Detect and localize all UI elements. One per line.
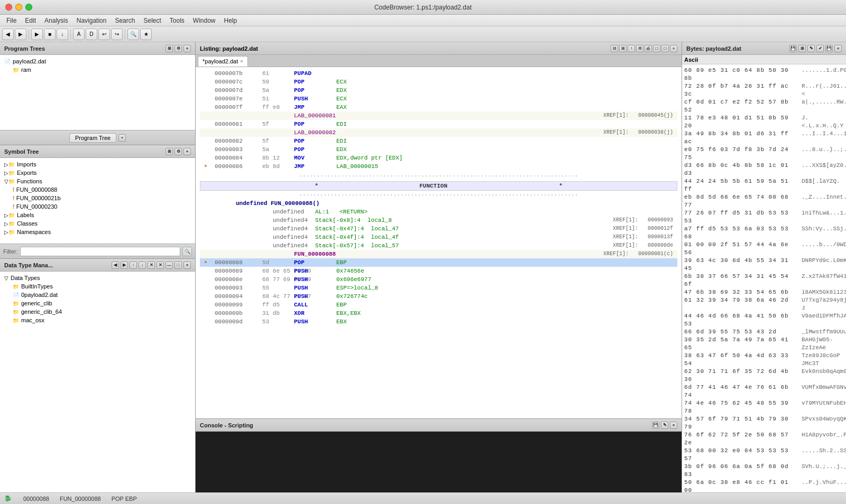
ph-settings[interactable]: ⚙	[174, 45, 182, 52]
menu-analysis[interactable]: Analysis	[40, 16, 72, 25]
tb-back[interactable]: ◀	[2, 29, 14, 40]
dtm-macosx[interactable]: 📁 mac_osx	[2, 316, 193, 324]
ph-fwd[interactable]: ▶	[121, 262, 128, 269]
filter-search-btn[interactable]: 🔍	[182, 247, 192, 256]
code-line: 00000084 8b 12 MOV EDX,dword ptr [EDX]	[200, 154, 677, 162]
dtm-item-label: mac_osx	[21, 317, 44, 323]
main-content: Program Trees ⊞ ⚙ × 📄 payload2.dat 📁 ram	[0, 42, 846, 492]
tb-redo[interactable]: ↪	[111, 29, 123, 40]
tab-close-icon[interactable]: ×	[240, 59, 243, 64]
ascii-values: Z.x2TAk87fW41ETg	[802, 273, 844, 288]
ph-settings[interactable]: ⚙	[174, 148, 182, 155]
listing-btn6[interactable]: □	[653, 45, 660, 52]
func-def: undefined FUN_00000088()	[236, 199, 319, 208]
ph-expand[interactable]: ⊞	[165, 148, 173, 155]
bytes-content[interactable]: 60 89 e5 31 c0 64 8b 50 30 8b.......1.d.…	[682, 64, 846, 504]
close-button[interactable]	[5, 4, 12, 11]
ph-save[interactable]: 💾	[789, 45, 797, 52]
pt-close[interactable]: ×	[118, 134, 126, 142]
dtm-datatypes[interactable]: ▽ Data Types	[2, 274, 193, 282]
dtm-payload[interactable]: 📄 0payload2.dat	[2, 291, 193, 299]
ph-del1[interactable]: ✕	[148, 262, 155, 269]
menu-tools[interactable]: Tools	[165, 16, 189, 25]
symbol-item-label: FUN_00000021b	[16, 195, 61, 201]
tb-undo[interactable]: ↩	[98, 29, 110, 40]
symbol-exports[interactable]: ▷📁 Exports	[2, 169, 193, 177]
ph-expand[interactable]: ⊞	[798, 45, 806, 52]
hex-values: 39 63 4c 30 6d 4b 55 34 31 45	[684, 257, 799, 273]
ph-expand[interactable]: ⊞	[165, 45, 173, 52]
listing-close[interactable]: ×	[670, 45, 677, 52]
ph-edit[interactable]: ✎	[807, 45, 815, 52]
program-trees-header: Program Trees ⊞ ⚙ ×	[0, 42, 195, 55]
tb-run[interactable]: ▶	[31, 29, 43, 40]
dtm-clib[interactable]: 📁 generic_clib	[2, 299, 193, 307]
listing-btn4[interactable]: ⚙	[636, 45, 643, 52]
dtm-clib64[interactable]: 📁 generic_clib_64	[2, 307, 193, 316]
folder-icon: 📁	[13, 309, 19, 315]
hex-values: cf 0d 01 c7 e2 f2 52 57 8b 52	[684, 98, 799, 114]
ph-del2[interactable]: ✕	[157, 262, 164, 269]
tb-search[interactable]: 🔍	[127, 29, 139, 40]
listing-content[interactable]: 0000007b 61 PUPAD 0000007c 59 POP ECX	[196, 67, 682, 418]
tb-disasm[interactable]: D	[86, 29, 97, 40]
symbol-fun2[interactable]: f FUN_00000021b	[2, 194, 193, 202]
console-content[interactable]	[196, 432, 682, 492]
ascii-values: i8AMX5Gk8i123Tek	[802, 288, 844, 296]
bytes-row: 34 57 6f 79 71 51 4b 79 30 79SPvxs04Woyq…	[684, 415, 844, 431]
symbol-labels[interactable]: ▷📁 Labels	[2, 211, 193, 219]
ascii-label: Ascii	[684, 57, 698, 63]
listing-btn3[interactable]: ↑	[628, 45, 635, 52]
hex-values: 77 26 07 ff d5 31 db 53 53 53	[684, 209, 799, 225]
ph-close-console[interactable]: ×	[670, 422, 677, 429]
ph-save[interactable]: 💾	[652, 422, 659, 429]
tb-stop[interactable]: ■	[44, 29, 56, 40]
tb-bookmark[interactable]: ★	[140, 29, 152, 40]
symbol-fun1[interactable]: f FUN_00000088	[2, 185, 193, 194]
hex-values: 44 46 4d 66 68 4a 41 50 6b 53	[684, 312, 799, 328]
ph-edit[interactable]: ✎	[661, 422, 668, 429]
tb-step[interactable]: ↓	[57, 29, 68, 40]
ph-s2[interactable]: ↓	[139, 262, 146, 269]
symbol-classes[interactable]: ▷📁 Classes	[2, 219, 193, 228]
ascii-values: Tze89J8cGoP JMc3T	[802, 352, 844, 368]
ph-min[interactable]: —	[165, 262, 173, 269]
menu-search[interactable]: Search	[111, 16, 139, 25]
menu-navigation[interactable]: Navigation	[72, 16, 111, 25]
dtm-builtin[interactable]: 📁 BuiltInTypes	[2, 282, 193, 291]
listing-btn1[interactable]: ⊟	[611, 45, 618, 52]
hex-values: 38 63 47 6f 50 4a 4d 63 33 54	[684, 352, 799, 368]
tb-forward[interactable]: ▶	[15, 29, 26, 40]
minimize-button[interactable]	[15, 4, 22, 11]
ph-save2[interactable]: 💾	[825, 45, 833, 52]
listing-btn7[interactable]: □	[661, 45, 669, 52]
menu-window[interactable]: Window	[189, 16, 220, 25]
ascii-values: R...r(..J61..<	[802, 82, 844, 98]
maximize-button[interactable]	[25, 4, 32, 11]
menu-edit[interactable]: Edit	[21, 16, 40, 25]
menu-file[interactable]: File	[2, 16, 21, 25]
symbol-namespaces[interactable]: ▷📁 Namespaces	[2, 228, 193, 236]
ph-check[interactable]: ✔	[816, 45, 824, 52]
menu-help[interactable]: Help	[220, 16, 242, 25]
tab-payload2[interactable]: *payload2.dat ×	[198, 56, 248, 67]
ph-close[interactable]: ×	[183, 45, 191, 52]
tree-item-payload2[interactable]: 📄 payload2.dat	[2, 57, 193, 66]
ph-close-dtm[interactable]: ×	[183, 262, 191, 269]
symbol-filter-input[interactable]	[20, 247, 181, 256]
listing-btn5[interactable]: 🖨	[645, 45, 652, 52]
ph-back[interactable]: ◀	[112, 262, 119, 269]
ph-close-st[interactable]: ×	[183, 148, 191, 155]
tb-analyze[interactable]: A	[73, 29, 85, 40]
bytes-row: e0 75 f6 03 7d f8 3b 7d 24 75...8.u..}..…	[684, 146, 844, 162]
symbol-fun3[interactable]: f FUN_00000230	[2, 202, 193, 211]
ph-s1[interactable]: ↑	[130, 262, 137, 269]
symbol-functions[interactable]: ▽📁 Functions	[2, 177, 193, 185]
symbol-imports[interactable]: ▷📁 Imports	[2, 160, 193, 169]
program-tree-button[interactable]: Program Tree	[69, 133, 116, 143]
ph-max[interactable]: □	[174, 262, 182, 269]
menu-select[interactable]: Select	[139, 16, 165, 25]
tree-item-ram[interactable]: 📁 ram	[2, 66, 193, 74]
ph-close-bytes[interactable]: ×	[834, 45, 842, 52]
listing-btn2[interactable]: ⊞	[619, 45, 627, 52]
